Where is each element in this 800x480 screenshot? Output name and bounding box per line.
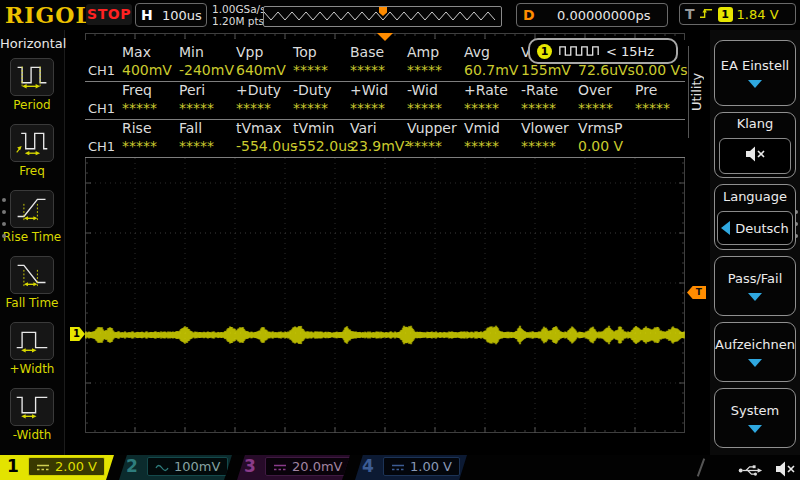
- measurement-value-row: CH1**********-554.0us-552.0us23.9mV²****…: [85, 138, 685, 157]
- sidebar-button-period[interactable]: [10, 58, 54, 96]
- meas-value: 0.00 Vs: [635, 62, 688, 78]
- top-status-bar: RIGOL STOP H 100us 1.00GSa/s 1.20M pts D…: [0, 0, 800, 30]
- acquisition-info: 1.00GSa/s 1.20M pts: [212, 3, 266, 27]
- sidebar-item-fall-time: Fall Time: [0, 256, 64, 322]
- sidebar-button-width[interactable]: [10, 322, 54, 360]
- menu-item-language[interactable]: LanguageDeutsch: [714, 184, 796, 250]
- timebase-value: 100us: [158, 8, 206, 23]
- menu-page-dots: [2, 190, 6, 246]
- trigger-label: T: [685, 6, 695, 22]
- sidebar-item-rise-time: Rise Time: [0, 190, 64, 256]
- meas-header: Over: [578, 82, 612, 98]
- meas-value: 72.6uVs: [578, 62, 635, 78]
- measurement-header-row: RiseFalltVmaxtVminVariVupperVmidVlowerVr…: [85, 120, 685, 138]
- chevron-down-icon: [748, 80, 762, 88]
- menu-item-label: Klang: [737, 116, 774, 131]
- sidebar-button-rise-time[interactable]: [10, 190, 54, 228]
- menu-item-klang[interactable]: Klang: [714, 112, 796, 178]
- meas-header: Peri: [179, 82, 205, 98]
- sidebar-item-freq: Freq: [0, 124, 64, 190]
- sidebar-item-label: Rise Time: [0, 230, 64, 244]
- klang-toggle-button[interactable]: [719, 138, 791, 174]
- run-state-indicator[interactable]: STOP: [86, 4, 132, 25]
- meas-value: *****: [407, 62, 442, 78]
- menu-item-label: Pass/Fail: [728, 271, 783, 286]
- channel-3-status[interactable]: 320.0mV: [237, 455, 350, 480]
- meas-header: Vari: [350, 120, 377, 136]
- usb-icon: [738, 462, 763, 480]
- trigger-level-marker[interactable]: T: [687, 286, 706, 299]
- chevron-down-icon: [748, 359, 762, 367]
- meas-header: Avg: [464, 44, 490, 60]
- left-softkey-menu: Horizontal PeriodFreqRise TimeFall Time+…: [0, 30, 65, 455]
- meas-header: +Wid: [350, 82, 388, 98]
- meas-header: +Duty: [236, 82, 281, 98]
- meas-value: *****: [236, 100, 271, 116]
- chevron-down-icon: [748, 425, 762, 433]
- meas-header: Vpp: [236, 44, 263, 60]
- waveform-preview-strip[interactable]: [263, 6, 502, 27]
- channel-scale-box: 1.00 V: [383, 457, 460, 476]
- rising-edge-icon: [699, 5, 714, 24]
- trigger-position-marker[interactable]: [377, 33, 393, 41]
- trigger-frequency-popup: 1 < 15Hz: [528, 38, 678, 64]
- horizontal-timebase-control[interactable]: H 100us: [135, 3, 207, 27]
- channel-scale-box: 100mV: [147, 457, 228, 476]
- memory-depth: 1.20M pts: [212, 15, 266, 27]
- meas-value: *****: [521, 100, 556, 116]
- sidebar-item-width: +Width: [0, 322, 64, 388]
- freq-icon: [14, 126, 50, 161]
- sidebar-button-width[interactable]: [10, 388, 54, 426]
- meas-header: Fall: [179, 120, 202, 136]
- menu-item-aufzeichnen[interactable]: Aufzeichnen: [714, 322, 796, 382]
- meas-header: +Rate: [464, 82, 508, 98]
- channel-label: CH1: [88, 139, 115, 154]
- sidebar-item-label: -Width: [0, 428, 64, 442]
- menu-item-ea-einstell[interactable]: EA Einstell: [714, 40, 796, 106]
- menu-item-pass-fail[interactable]: Pass/Fail: [714, 256, 796, 316]
- channel-4-status[interactable]: 41.00 V: [355, 455, 467, 480]
- meas-header: -Wid: [407, 82, 438, 98]
- divider: [697, 458, 705, 477]
- delay-readout[interactable]: D 0.00000000ps: [516, 3, 668, 27]
- sidebar-button-fall-time[interactable]: [10, 256, 54, 294]
- selected-language: Deutsch: [735, 221, 789, 236]
- meas-value: *****: [464, 138, 499, 154]
- meas-value: *****: [122, 100, 157, 116]
- channel-2-status[interactable]: 2100mV: [119, 455, 232, 480]
- channel-label: CH1: [88, 63, 115, 78]
- period-icon: [14, 60, 50, 95]
- ch1-ground-level-marker[interactable]: 1: [70, 327, 85, 341]
- measurement-header-row: FreqPeri+Duty-Duty+Wid-Wid+Rate-RateOver…: [85, 82, 685, 100]
- delay-label: D: [517, 7, 541, 23]
- meas-value: *****: [122, 138, 157, 154]
- pulse-train-icon: [558, 42, 600, 61]
- channel-status-bar: 12.00 V2100mV320.0mV41.00 V: [0, 455, 800, 480]
- meas-value: *****: [407, 100, 442, 116]
- meas-header: Pre: [635, 82, 657, 98]
- menu-item-label: System: [731, 403, 779, 418]
- sidebar-item-label: Freq: [0, 164, 64, 178]
- sample-rate: 1.00GSa/s: [212, 3, 266, 15]
- meas-value: *****: [350, 100, 385, 116]
- meas-header: Vmid: [464, 120, 500, 136]
- meas-header: Max: [122, 44, 151, 60]
- channel-scale-box: 2.00 V: [28, 457, 105, 476]
- sidebar-item-label: Period: [0, 98, 64, 112]
- meas-value: *****: [293, 100, 328, 116]
- channel-scale-value: 20.0mV: [292, 459, 343, 474]
- channel-1-status[interactable]: 12.00 V: [0, 455, 114, 480]
- meas-value: *****: [179, 100, 214, 116]
- meas-value: 60.7mV: [464, 62, 518, 78]
- ac-coupling-icon: [155, 457, 169, 476]
- trigger-status[interactable]: T 1 1.84 V: [679, 3, 796, 25]
- language-selector[interactable]: Deutsch: [717, 211, 793, 245]
- popup-channel-badge: 1: [537, 44, 552, 59]
- popup-frequency-text: < 15Hz: [606, 44, 654, 59]
- divider: [85, 157, 685, 158]
- meas-value: *****: [464, 100, 499, 116]
- sidebar-button-freq[interactable]: [10, 124, 54, 162]
- menu-item-system[interactable]: System: [714, 388, 796, 448]
- channel-scale-box: 20.0mV: [265, 457, 351, 476]
- trigger-level-value: 1.84 V: [737, 7, 779, 22]
